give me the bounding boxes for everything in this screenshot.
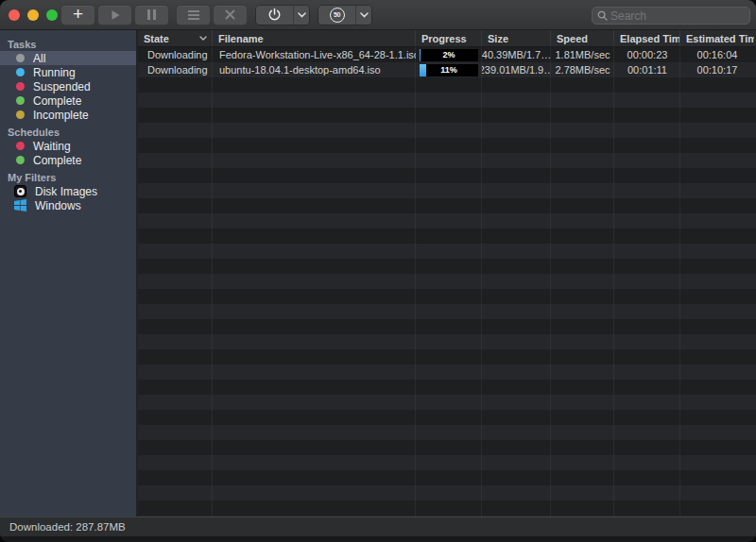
status-dot: [16, 54, 25, 62]
sidebar-item-all[interactable]: All: [0, 51, 136, 65]
window-controls: [9, 9, 58, 21]
sort-chevron-icon: [199, 36, 207, 41]
window-bottom-edge: [0, 536, 756, 541]
sidebar-item-disk-images[interactable]: Disk Images: [0, 184, 136, 198]
app-window: +: [0, 0, 756, 542]
cell-state: Downloading: [138, 47, 213, 62]
sidebar-section-schedules: Schedules: [0, 126, 136, 139]
queue-button[interactable]: [176, 5, 211, 25]
sidebar-item-schedule-complete[interactable]: Complete: [0, 153, 136, 167]
status-dot: [16, 96, 25, 105]
sidebar-item-label: Running: [33, 66, 76, 79]
sidebar-item-running[interactable]: Running: [0, 65, 136, 79]
sidebar: Tasks All Running Suspended Complete Inc…: [0, 30, 138, 517]
sidebar-section-my-filters: My Filters: [0, 171, 136, 184]
status-dot: [16, 156, 25, 164]
toolbar-buttons: +: [60, 5, 372, 25]
toolbar: +: [0, 0, 756, 30]
downloaded-total-label: Downloaded: 287.87MB: [9, 521, 126, 533]
status-dot: [16, 142, 25, 150]
speed-limit-split-button: 50: [318, 5, 372, 25]
table-row[interactable]: Downloading ubuntu-18.04.1-desktop-amd64…: [138, 62, 756, 77]
table-body: Downloading Fedora-Workstation-Live-x86_…: [138, 47, 756, 517]
shutdown-split-button: [255, 5, 310, 25]
cell-speed: 2.78MB/sec: [551, 62, 614, 77]
column-separator: [613, 47, 614, 517]
column-header-progress[interactable]: Progress: [416, 30, 482, 46]
status-dot: [16, 110, 25, 119]
downloads-table: State Filename Progress Size Speed Elaps…: [138, 30, 756, 517]
shutdown-button[interactable]: [256, 6, 293, 25]
x-icon: [225, 9, 235, 20]
column-header-estimated-time[interactable]: Estimated Time: [680, 30, 754, 46]
sidebar-item-label: Incomplete: [33, 109, 89, 122]
start-task-button[interactable]: [97, 5, 132, 25]
windows-icon: [14, 199, 26, 212]
play-icon: [110, 9, 121, 21]
column-separator: [481, 47, 482, 517]
column-separator: [415, 47, 416, 517]
column-separator: [550, 47, 551, 517]
list-icon: [187, 9, 200, 21]
close-window-button[interactable]: [9, 9, 20, 21]
power-icon: [267, 8, 282, 22]
status-dot: [16, 82, 25, 91]
cell-elapsed-time: 00:00:23: [614, 47, 680, 62]
column-header-filename[interactable]: Filename: [213, 30, 416, 46]
sidebar-item-complete[interactable]: Complete: [0, 93, 136, 108]
cell-progress: 2%: [416, 49, 482, 61]
column-header-state[interactable]: State: [138, 30, 213, 46]
plus-icon: +: [73, 6, 83, 23]
search-input[interactable]: [610, 9, 749, 23]
disk-image-icon: [14, 185, 26, 197]
chevron-down-icon: [298, 12, 306, 18]
sidebar-item-incomplete[interactable]: Incomplete: [0, 108, 136, 122]
progress-label: 11%: [420, 64, 478, 76]
minimize-window-button[interactable]: [27, 9, 39, 21]
cell-estimated-time: 00:10:17: [680, 62, 754, 77]
progress-label: 2%: [420, 49, 478, 61]
cell-state: Downloading: [138, 62, 213, 77]
cell-estimated-time: 00:16:04: [680, 47, 754, 62]
pause-icon: [147, 9, 156, 20]
shutdown-options-button[interactable]: [293, 6, 309, 25]
progress-bar: 2%: [420, 49, 478, 61]
cell-elapsed-time: 00:01:11: [614, 62, 680, 77]
sidebar-item-label: All: [33, 52, 45, 65]
search-field[interactable]: [592, 7, 750, 25]
pause-task-button[interactable]: [134, 5, 169, 25]
table-row[interactable]: Downloading Fedora-Workstation-Live-x86_…: [138, 47, 756, 62]
column-separator: [679, 47, 680, 517]
add-task-button[interactable]: +: [60, 5, 95, 25]
table-header: State Filename Progress Size Speed Elaps…: [138, 30, 756, 47]
speed-limit-options-button[interactable]: [355, 6, 371, 25]
speed-limit-button[interactable]: 50: [318, 6, 355, 25]
speed-limit-icon: 50: [330, 8, 345, 23]
sidebar-item-label: Windows: [35, 199, 81, 212]
cell-filename: ubuntu-18.04.1-desktop-amd64.iso: [213, 62, 416, 77]
sidebar-item-suspended[interactable]: Suspended: [0, 79, 136, 93]
cell-filename: Fedora-Workstation-Live-x86_64-28-1.1.is…: [213, 47, 416, 62]
cell-progress: 11%: [416, 64, 482, 76]
zoom-window-button[interactable]: [46, 9, 58, 21]
sidebar-item-label: Waiting: [33, 140, 71, 153]
column-header-size[interactable]: Size: [482, 30, 551, 46]
status-dot: [16, 68, 25, 76]
sidebar-item-label: Suspended: [33, 80, 91, 93]
progress-bar: 11%: [420, 64, 478, 76]
sidebar-section-tasks: Tasks: [0, 38, 136, 51]
sidebar-item-label: Disk Images: [35, 185, 97, 198]
cancel-task-button[interactable]: [213, 5, 248, 25]
cell-size: 239.01MB/1.9…: [482, 62, 551, 77]
cell-speed: 1.81MB/sec: [551, 47, 614, 62]
column-separator: [212, 47, 213, 517]
column-header-elapsed-time[interactable]: Elapsed Time: [614, 30, 680, 46]
chevron-down-icon: [360, 12, 369, 18]
search-icon: [597, 10, 608, 21]
sidebar-item-waiting[interactable]: Waiting: [0, 139, 136, 153]
cell-size: 40.39MB/1.7…: [482, 47, 551, 62]
sidebar-item-windows[interactable]: Windows: [0, 198, 136, 212]
status-bar: Downloaded: 287.87MB: [0, 517, 756, 536]
sidebar-item-label: Complete: [33, 94, 81, 108]
column-header-speed[interactable]: Speed: [551, 30, 614, 46]
